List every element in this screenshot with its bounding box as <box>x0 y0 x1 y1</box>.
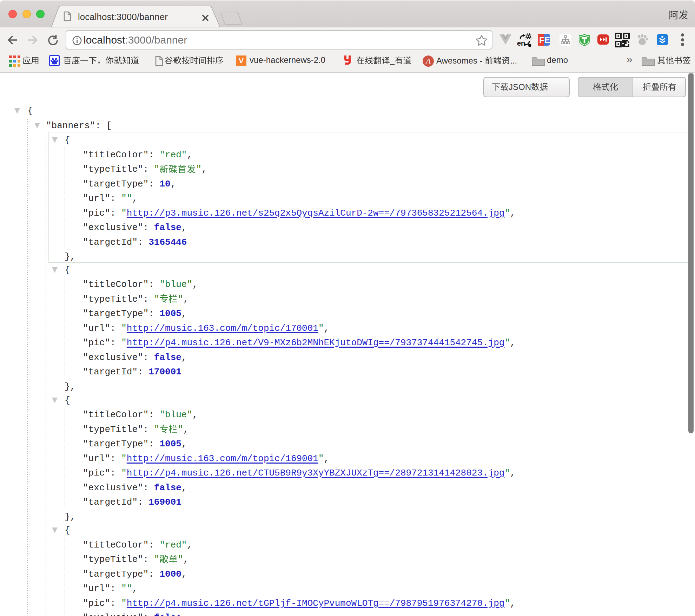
svg-text:F: F <box>539 35 544 45</box>
svg-text:E: E <box>544 35 550 45</box>
